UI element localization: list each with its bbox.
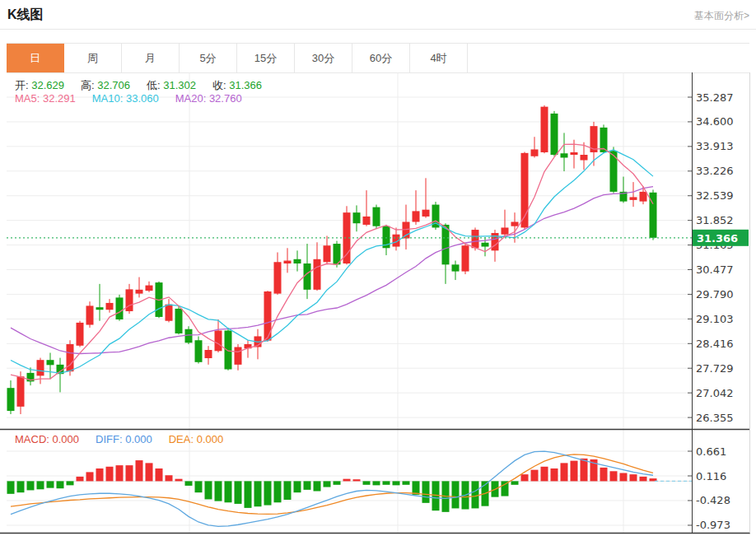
macd-bar [274, 481, 282, 502]
macd-bar [620, 473, 628, 481]
macd-bar [561, 463, 568, 481]
macd-bar [551, 468, 558, 481]
candle-body [413, 211, 420, 221]
macd-bar [422, 481, 430, 502]
macd-bar [254, 481, 262, 506]
candle-body [462, 245, 469, 271]
candle-body [67, 344, 74, 371]
macd-bar [86, 472, 94, 481]
candle-body [185, 329, 193, 343]
candle-body [7, 388, 15, 411]
candle-body [363, 217, 371, 225]
candle-body [630, 197, 637, 199]
macd-bar [264, 481, 272, 505]
candle-body [472, 230, 479, 248]
candle-body [235, 347, 242, 365]
candle-body [17, 376, 25, 407]
legend-item: MA5: 32.291 [15, 92, 76, 105]
candle-body [373, 207, 380, 226]
macd-axis-label: 0.116 [696, 470, 726, 482]
candle-body [166, 305, 173, 321]
candle-body [482, 243, 489, 247]
y-axis-label: 35.287 [696, 91, 734, 104]
candle-body [502, 227, 509, 234]
candle-body [136, 290, 143, 294]
macd-bar [294, 481, 301, 492]
candle-body [195, 340, 203, 362]
ohlc-legend: 开: 32.629高: 32.706低: 31.302收: 31.366 [15, 78, 278, 93]
y-axis-label: 33.226 [696, 165, 734, 177]
candle-body [353, 212, 361, 223]
macd-bar [235, 481, 242, 504]
candle-body [581, 155, 588, 161]
macd-bar [304, 481, 311, 489]
macd-legend: MACD: 0.000DIFF: 0.000DEA: 0.000 [15, 433, 240, 445]
candle-body [96, 307, 104, 310]
macd-bar [630, 474, 637, 481]
macd-bar [393, 481, 400, 485]
macd-bar [106, 467, 114, 482]
macd-bar [600, 468, 608, 482]
macd-bar [383, 481, 390, 484]
macd-bar [185, 481, 193, 486]
candle-body [146, 286, 153, 291]
candle-body [403, 221, 410, 238]
legend-item: MACD: 0.000 [15, 433, 79, 445]
macd-bar [195, 481, 203, 492]
candle-body [86, 305, 94, 324]
macd-bar [96, 468, 104, 481]
macd-bar [541, 467, 548, 482]
y-axis-label: 26.355 [696, 412, 734, 424]
macd-axis-label: -0.973 [696, 519, 730, 531]
macd-bar [47, 481, 54, 487]
candle-body [126, 289, 133, 311]
macd-bar [373, 481, 380, 485]
legend-item: 高: 32.706 [81, 79, 130, 91]
candle-body [561, 153, 568, 157]
candle-body [47, 360, 54, 365]
current-price-tag-label: 31.366 [697, 232, 738, 245]
macd-bar [324, 481, 331, 487]
macd-bar [511, 481, 519, 484]
ma20-line [11, 187, 653, 354]
ma5-line [11, 144, 653, 380]
candle-body [571, 152, 578, 155]
candle-body [610, 151, 618, 192]
candle-body [284, 261, 292, 263]
candle-body [225, 330, 232, 369]
y-axis-label: 30.477 [696, 263, 734, 276]
macd-bar [571, 461, 578, 482]
macd-bar [413, 481, 420, 495]
legend-item: 低: 31.302 [147, 79, 196, 91]
candle-body [324, 245, 331, 262]
legend-item: 开: 32.629 [15, 79, 64, 91]
legend-item: MA10: 33.060 [92, 92, 159, 105]
macd-bar [343, 479, 351, 482]
candle-body [215, 330, 222, 351]
y-axis-label: 27.729 [696, 362, 734, 375]
macd-bar [215, 481, 222, 501]
macd-bar [57, 481, 64, 488]
candle-body [274, 262, 282, 293]
macd-bar [403, 481, 410, 484]
candle-body [551, 114, 558, 155]
legend-item: DEA: 0.000 [169, 433, 224, 445]
macd-bar [77, 477, 84, 482]
ma10-line [11, 150, 653, 373]
macd-bar [126, 465, 133, 481]
macd-bar [452, 481, 460, 508]
macd-bar [531, 470, 539, 482]
macd-bar [37, 481, 44, 489]
y-axis-label: 27.042 [696, 387, 734, 399]
macd-bar [521, 474, 529, 481]
legend-item: DIFF: 0.000 [96, 433, 152, 445]
candle-body [640, 192, 647, 202]
macd-bar [225, 481, 232, 502]
macd-bar [17, 481, 25, 492]
macd-bar [581, 459, 588, 482]
macd-bar [116, 465, 124, 481]
macd-axis-label: 0.661 [696, 445, 726, 458]
kline-page: K线图 基本面分析> 日周月5分15分30分60分4时 35.28734.600… [0, 0, 756, 536]
y-axis-label: 29.790 [696, 288, 734, 301]
y-axis-label: 34.600 [696, 115, 734, 128]
